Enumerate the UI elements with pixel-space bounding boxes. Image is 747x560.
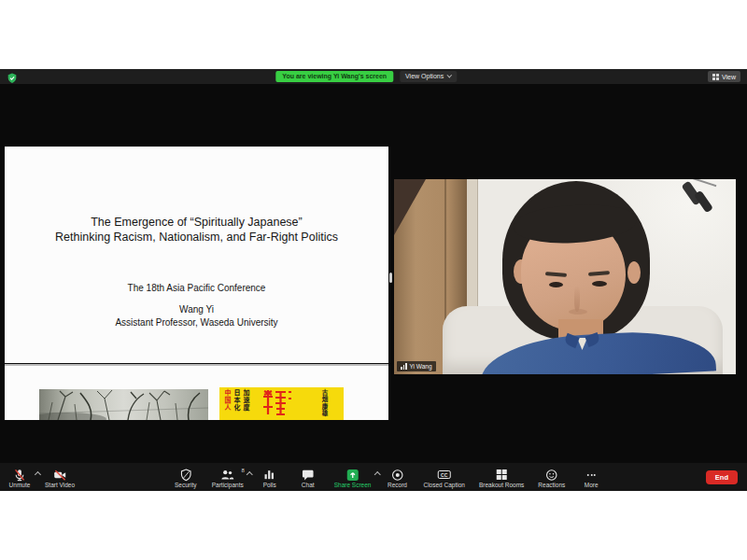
more-ellipsis-icon xyxy=(587,469,596,481)
polls-bar-chart-icon xyxy=(263,469,275,481)
book-author: 古畑康雄 xyxy=(319,389,329,417)
start-video-label: Start Video xyxy=(45,482,75,488)
start-video-button[interactable]: Start Video xyxy=(45,469,75,488)
view-options-dropdown[interactable]: View Options xyxy=(400,71,457,82)
reactions-button[interactable]: Reactions xyxy=(538,469,565,488)
yellow-book-cover: 中国人 日本化 加速度 古畑康雄 xyxy=(219,387,344,420)
book-column-right: 加速度 xyxy=(241,389,250,412)
closed-caption-button[interactable]: CC Closed Caption xyxy=(423,469,464,488)
unmute-label: Unmute xyxy=(9,482,31,488)
more-label: More xyxy=(585,482,599,488)
microphone-muted-icon xyxy=(13,469,26,481)
person-nose-shadow xyxy=(569,309,587,315)
view-button-label: View xyxy=(722,74,736,80)
polls-button[interactable]: Polls xyxy=(258,469,282,488)
slide-scrollbar-thumb[interactable] xyxy=(389,273,392,283)
record-label: Record xyxy=(388,482,407,488)
slide-conference-line: The 18th Asia Pacific Conference xyxy=(5,283,388,293)
person-ear xyxy=(627,261,641,284)
participant-name-label: Yi Wang xyxy=(410,363,432,370)
chevron-down-icon xyxy=(446,73,452,78)
breakout-rooms-icon xyxy=(497,469,507,481)
participant-name-tag: Yi Wang xyxy=(397,361,436,371)
winter-trees-photo xyxy=(39,389,208,420)
screenshot-root: { "top_bar": { "viewing_banner": "You ar… xyxy=(0,0,747,560)
toolbar-left-group: Unmute Start Video xyxy=(7,469,75,488)
chat-label: Chat xyxy=(302,482,315,488)
grid-view-icon xyxy=(712,74,719,80)
participants-options-chevron[interactable] xyxy=(247,471,253,478)
share-screen-button[interactable]: Share Screen xyxy=(334,469,372,488)
reactions-label: Reactions xyxy=(538,482,565,488)
polls-label: Polls xyxy=(263,482,276,488)
book-red-mark xyxy=(289,398,291,400)
unmute-options-chevron[interactable] xyxy=(35,471,41,478)
security-label: Security xyxy=(175,482,196,488)
participant-video-tile: Yi Wang xyxy=(394,179,736,374)
shared-slide-page-2: 中国人 日本化 加速度 古畑康雄 xyxy=(5,366,388,421)
record-icon xyxy=(390,469,403,481)
record-button[interactable]: Record xyxy=(385,469,409,488)
zoom-meeting-window: You are viewing Yi Wang's screen View Op… xyxy=(0,69,747,491)
view-layout-button[interactable]: View xyxy=(708,71,740,82)
chat-bubble-icon xyxy=(302,469,315,481)
person-nose xyxy=(574,286,580,312)
book-big-character xyxy=(262,388,287,416)
reactions-smiley-icon xyxy=(545,469,558,481)
security-shield-icon xyxy=(179,469,191,481)
audio-level-icon xyxy=(401,363,407,370)
book-red-mark xyxy=(289,391,291,394)
camera-off-icon xyxy=(53,469,67,481)
chat-button[interactable]: Chat xyxy=(296,469,320,488)
share-screen-label: Share Screen xyxy=(334,482,372,488)
person-eye xyxy=(549,282,563,287)
share-screen-icon xyxy=(347,469,359,481)
view-options-label: View Options xyxy=(405,71,444,82)
share-options-chevron[interactable] xyxy=(374,471,380,478)
participants-button[interactable]: 8 Participants xyxy=(212,469,244,488)
slide-title-line1: The Emergence of “Spiritually Japanese” xyxy=(5,216,388,229)
viewing-screen-banner: You are viewing Yi Wang's screen xyxy=(275,71,393,82)
end-meeting-button[interactable]: End xyxy=(706,470,738,484)
participants-icon xyxy=(220,469,235,481)
slide-title-line2: Rethinking Racism, Nationalism, and Far-… xyxy=(5,231,388,244)
closed-caption-icon: CC xyxy=(438,469,451,481)
security-button[interactable]: Security xyxy=(174,469,198,488)
more-button[interactable]: More xyxy=(579,469,603,488)
closed-caption-label: Closed Caption xyxy=(423,482,464,488)
slide-affiliation: Assistant Professor, Waseda University xyxy=(5,317,388,328)
breakout-rooms-button[interactable]: Breakout Rooms xyxy=(479,469,524,488)
breakout-rooms-label: Breakout Rooms xyxy=(479,482,524,488)
person-eye xyxy=(592,281,607,287)
slide-presenter-name: Wang Yi xyxy=(5,304,388,315)
shared-slide-page-1: The Emergence of “Spiritually Japanese” … xyxy=(5,147,388,363)
toolbar-center-group: Security 8 Participants xyxy=(174,469,604,488)
unmute-button[interactable]: Unmute xyxy=(7,469,32,488)
book-column-middle: 日本化 xyxy=(232,389,241,412)
meeting-toolbar: Unmute Start Video xyxy=(0,463,747,491)
ceiling-track-light xyxy=(674,179,721,224)
meeting-top-bar: You are viewing Yi Wang's screen View Op… xyxy=(0,69,747,84)
participants-label: Participants xyxy=(212,482,244,488)
book-column-left: 中国人 xyxy=(222,389,232,412)
participants-count-badge: 8 xyxy=(241,468,244,473)
screen-share-banner-group: You are viewing Yi Wang's screen View Op… xyxy=(275,71,457,82)
encryption-shield-icon[interactable] xyxy=(7,71,17,82)
